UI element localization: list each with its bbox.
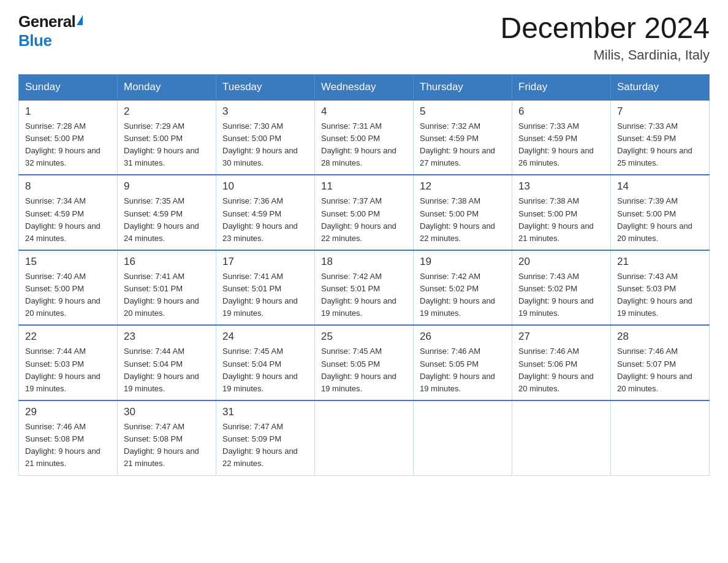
location-title: Milis, Sardinia, Italy bbox=[500, 47, 710, 63]
day-info: Sunrise: 7:38 AMSunset: 5:00 PMDaylight:… bbox=[420, 195, 506, 245]
calendar-cell: 6Sunrise: 7:33 AMSunset: 4:59 PMDaylight… bbox=[512, 100, 611, 175]
day-info: Sunrise: 7:33 AMSunset: 4:59 PMDaylight:… bbox=[617, 120, 703, 170]
day-info: Sunrise: 7:46 AMSunset: 5:07 PMDaylight:… bbox=[617, 345, 703, 395]
day-number: 14 bbox=[617, 180, 703, 193]
day-number: 21 bbox=[617, 256, 703, 268]
day-number: 23 bbox=[124, 331, 210, 343]
calendar-cell: 24Sunrise: 7:45 AMSunset: 5:04 PMDayligh… bbox=[216, 325, 315, 400]
calendar-cell bbox=[414, 400, 512, 475]
day-info: Sunrise: 7:30 AMSunset: 5:00 PMDaylight:… bbox=[222, 120, 308, 170]
calendar-cell: 19Sunrise: 7:42 AMSunset: 5:02 PMDayligh… bbox=[414, 250, 512, 326]
day-number: 27 bbox=[518, 331, 604, 343]
day-number: 3 bbox=[222, 105, 308, 118]
day-info: Sunrise: 7:46 AMSunset: 5:06 PMDaylight:… bbox=[518, 345, 604, 395]
day-info: Sunrise: 7:33 AMSunset: 4:59 PMDaylight:… bbox=[518, 120, 604, 170]
day-number: 31 bbox=[222, 406, 308, 418]
calendar-cell: 16Sunrise: 7:41 AMSunset: 5:01 PMDayligh… bbox=[118, 250, 216, 326]
header-thursday: Thursday bbox=[414, 74, 512, 100]
month-title: December 2024 bbox=[500, 12, 710, 45]
day-info: Sunrise: 7:47 AMSunset: 5:08 PMDaylight:… bbox=[124, 421, 210, 470]
day-info: Sunrise: 7:40 AMSunset: 5:00 PMDaylight:… bbox=[25, 270, 111, 320]
calendar-cell: 13Sunrise: 7:38 AMSunset: 5:00 PMDayligh… bbox=[512, 175, 611, 250]
day-number: 20 bbox=[518, 256, 604, 268]
day-info: Sunrise: 7:29 AMSunset: 5:00 PMDaylight:… bbox=[124, 120, 210, 170]
day-number: 13 bbox=[518, 180, 604, 193]
header-friday: Friday bbox=[512, 74, 611, 100]
day-info: Sunrise: 7:44 AMSunset: 5:03 PMDaylight:… bbox=[25, 345, 111, 395]
calendar-cell: 2Sunrise: 7:29 AMSunset: 5:00 PMDaylight… bbox=[118, 100, 216, 175]
calendar-cell: 25Sunrise: 7:45 AMSunset: 5:05 PMDayligh… bbox=[315, 325, 414, 400]
day-number: 24 bbox=[222, 331, 308, 343]
calendar-cell: 31Sunrise: 7:47 AMSunset: 5:09 PMDayligh… bbox=[216, 400, 315, 475]
day-number: 12 bbox=[420, 180, 506, 193]
day-info: Sunrise: 7:41 AMSunset: 5:01 PMDaylight:… bbox=[124, 270, 210, 320]
header-tuesday: Tuesday bbox=[216, 74, 315, 100]
day-number: 9 bbox=[124, 180, 210, 193]
week-row-3: 15Sunrise: 7:40 AMSunset: 5:00 PMDayligh… bbox=[19, 250, 710, 326]
calendar-cell: 9Sunrise: 7:35 AMSunset: 4:59 PMDaylight… bbox=[118, 175, 216, 250]
page-header: General Blue December 2024 Milis, Sardin… bbox=[18, 12, 710, 63]
day-number: 22 bbox=[25, 331, 111, 343]
day-number: 5 bbox=[420, 105, 506, 118]
day-info: Sunrise: 7:32 AMSunset: 4:59 PMDaylight:… bbox=[420, 120, 506, 170]
header-saturday: Saturday bbox=[611, 74, 710, 100]
calendar-cell: 14Sunrise: 7:39 AMSunset: 5:00 PMDayligh… bbox=[611, 175, 710, 250]
day-number: 26 bbox=[420, 331, 506, 343]
title-area: December 2024 Milis, Sardinia, Italy bbox=[500, 12, 710, 63]
calendar-cell: 5Sunrise: 7:32 AMSunset: 4:59 PMDaylight… bbox=[414, 100, 512, 175]
day-number: 4 bbox=[321, 105, 407, 118]
header-row: SundayMondayTuesdayWednesdayThursdayFrid… bbox=[19, 74, 710, 100]
calendar-cell: 3Sunrise: 7:30 AMSunset: 5:00 PMDaylight… bbox=[216, 100, 315, 175]
calendar-cell: 18Sunrise: 7:42 AMSunset: 5:01 PMDayligh… bbox=[315, 250, 414, 326]
calendar-cell: 1Sunrise: 7:28 AMSunset: 5:00 PMDaylight… bbox=[19, 100, 118, 175]
day-number: 17 bbox=[222, 256, 308, 268]
calendar-cell bbox=[512, 400, 611, 475]
day-info: Sunrise: 7:31 AMSunset: 5:00 PMDaylight:… bbox=[321, 120, 407, 170]
day-number: 25 bbox=[321, 331, 407, 343]
day-info: Sunrise: 7:42 AMSunset: 5:01 PMDaylight:… bbox=[321, 270, 407, 320]
day-number: 11 bbox=[321, 180, 407, 193]
day-number: 7 bbox=[617, 105, 703, 118]
calendar-table: SundayMondayTuesdayWednesdayThursdayFrid… bbox=[18, 74, 710, 476]
day-info: Sunrise: 7:47 AMSunset: 5:09 PMDaylight:… bbox=[222, 421, 308, 470]
logo-general-text: General bbox=[18, 12, 75, 31]
calendar-cell bbox=[315, 400, 414, 475]
day-number: 19 bbox=[420, 256, 506, 268]
calendar-cell: 27Sunrise: 7:46 AMSunset: 5:06 PMDayligh… bbox=[512, 325, 611, 400]
week-row-1: 1Sunrise: 7:28 AMSunset: 5:00 PMDaylight… bbox=[19, 100, 710, 175]
day-info: Sunrise: 7:46 AMSunset: 5:08 PMDaylight:… bbox=[25, 421, 111, 470]
day-info: Sunrise: 7:45 AMSunset: 5:04 PMDaylight:… bbox=[222, 345, 308, 395]
calendar-cell: 21Sunrise: 7:43 AMSunset: 5:03 PMDayligh… bbox=[611, 250, 710, 326]
day-number: 2 bbox=[124, 105, 210, 118]
calendar-cell: 28Sunrise: 7:46 AMSunset: 5:07 PMDayligh… bbox=[611, 325, 710, 400]
logo-triangle-icon bbox=[77, 15, 83, 25]
calendar-cell: 8Sunrise: 7:34 AMSunset: 4:59 PMDaylight… bbox=[19, 175, 118, 250]
day-number: 8 bbox=[25, 180, 111, 193]
day-number: 1 bbox=[25, 105, 111, 118]
calendar-cell bbox=[611, 400, 710, 475]
calendar-cell: 12Sunrise: 7:38 AMSunset: 5:00 PMDayligh… bbox=[414, 175, 512, 250]
header-sunday: Sunday bbox=[19, 74, 118, 100]
day-info: Sunrise: 7:37 AMSunset: 5:00 PMDaylight:… bbox=[321, 195, 407, 245]
week-row-5: 29Sunrise: 7:46 AMSunset: 5:08 PMDayligh… bbox=[19, 400, 710, 475]
day-info: Sunrise: 7:35 AMSunset: 4:59 PMDaylight:… bbox=[124, 195, 210, 245]
day-number: 6 bbox=[518, 105, 604, 118]
calendar-cell: 22Sunrise: 7:44 AMSunset: 5:03 PMDayligh… bbox=[19, 325, 118, 400]
day-info: Sunrise: 7:46 AMSunset: 5:05 PMDaylight:… bbox=[420, 345, 506, 395]
day-info: Sunrise: 7:38 AMSunset: 5:00 PMDaylight:… bbox=[518, 195, 604, 245]
logo: General Blue bbox=[18, 12, 83, 50]
day-info: Sunrise: 7:41 AMSunset: 5:01 PMDaylight:… bbox=[222, 270, 308, 320]
day-number: 28 bbox=[617, 331, 703, 343]
day-number: 29 bbox=[25, 406, 111, 418]
calendar-cell: 17Sunrise: 7:41 AMSunset: 5:01 PMDayligh… bbox=[216, 250, 315, 326]
day-info: Sunrise: 7:43 AMSunset: 5:02 PMDaylight:… bbox=[518, 270, 604, 320]
day-info: Sunrise: 7:43 AMSunset: 5:03 PMDaylight:… bbox=[617, 270, 703, 320]
header-monday: Monday bbox=[118, 74, 216, 100]
calendar-cell: 7Sunrise: 7:33 AMSunset: 4:59 PMDaylight… bbox=[611, 100, 710, 175]
day-info: Sunrise: 7:39 AMSunset: 5:00 PMDaylight:… bbox=[617, 195, 703, 245]
calendar-cell: 15Sunrise: 7:40 AMSunset: 5:00 PMDayligh… bbox=[19, 250, 118, 326]
day-number: 15 bbox=[25, 256, 111, 268]
day-info: Sunrise: 7:42 AMSunset: 5:02 PMDaylight:… bbox=[420, 270, 506, 320]
calendar-cell: 20Sunrise: 7:43 AMSunset: 5:02 PMDayligh… bbox=[512, 250, 611, 326]
week-row-4: 22Sunrise: 7:44 AMSunset: 5:03 PMDayligh… bbox=[19, 325, 710, 400]
